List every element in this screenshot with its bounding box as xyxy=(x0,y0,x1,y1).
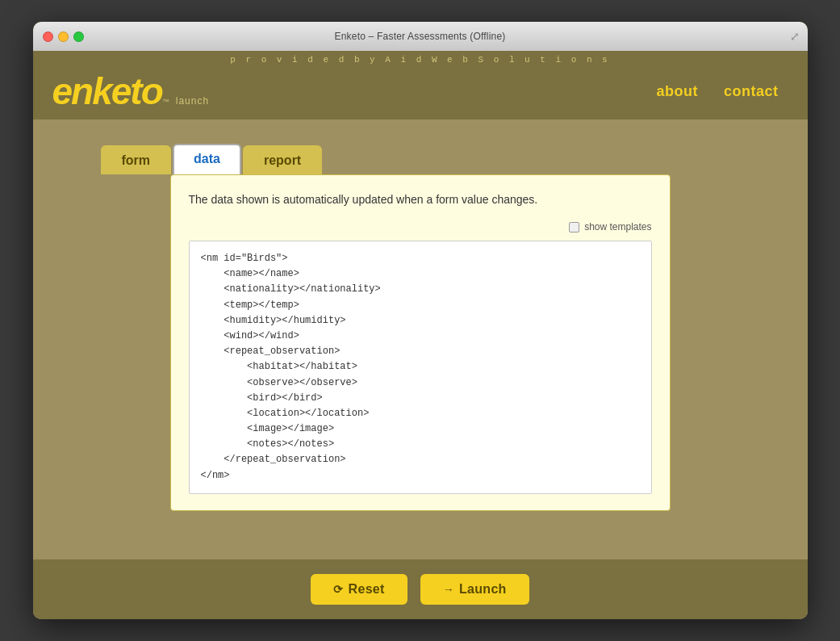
launch-button[interactable]: →Launch xyxy=(420,574,529,605)
reset-icon: ⟳ xyxy=(333,583,343,596)
minimize-button[interactable] xyxy=(58,31,69,42)
expand-icon[interactable]: ⤢ xyxy=(790,30,800,43)
app-footer: ⟳Reset →Launch xyxy=(33,559,808,619)
close-button[interactable] xyxy=(43,31,53,42)
tab-data[interactable]: data xyxy=(173,144,241,174)
header-nav: enketo ™ launch about contact xyxy=(52,66,788,119)
reset-button[interactable]: ⟳Reset xyxy=(311,574,407,605)
launch-icon: → xyxy=(443,583,454,596)
window-title: Enketo – Faster Assessments (Offline) xyxy=(335,31,506,42)
nav-links: about contact xyxy=(646,80,788,103)
app-header: p r o v i d e d b y A i d W e b S o l u … xyxy=(33,51,808,119)
tab-report[interactable]: report xyxy=(243,145,322,174)
tabs-container: form data report xyxy=(101,144,324,174)
logo-tm: ™ xyxy=(162,98,169,106)
maximize-button[interactable] xyxy=(73,31,84,42)
app-window: Enketo – Faster Assessments (Offline) ⤢ … xyxy=(33,22,808,619)
about-nav-link[interactable]: about xyxy=(646,80,708,103)
xml-display: <nm id="Birds"> <name></name> <nationali… xyxy=(189,241,652,494)
logo-text: enketo xyxy=(52,73,162,110)
show-templates-row: show templates xyxy=(189,221,652,233)
logo-launch: launch xyxy=(176,95,209,107)
logo-area: enketo ™ launch xyxy=(52,73,210,110)
app-main: form data report The data shown is autom… xyxy=(33,119,808,559)
show-templates-label: show templates xyxy=(584,221,651,233)
show-templates-checkbox[interactable] xyxy=(569,222,579,233)
window-controls xyxy=(43,31,84,42)
content-description: The data shown is automatically updated … xyxy=(189,191,652,208)
header-tagline: p r o v i d e d b y A i d W e b S o l u … xyxy=(52,51,788,66)
tab-form[interactable]: form xyxy=(101,145,172,174)
titlebar: Enketo – Faster Assessments (Offline) ⤢ xyxy=(33,22,808,51)
content-card: The data shown is automatically updated … xyxy=(170,174,671,511)
contact-nav-link[interactable]: contact xyxy=(714,80,788,103)
